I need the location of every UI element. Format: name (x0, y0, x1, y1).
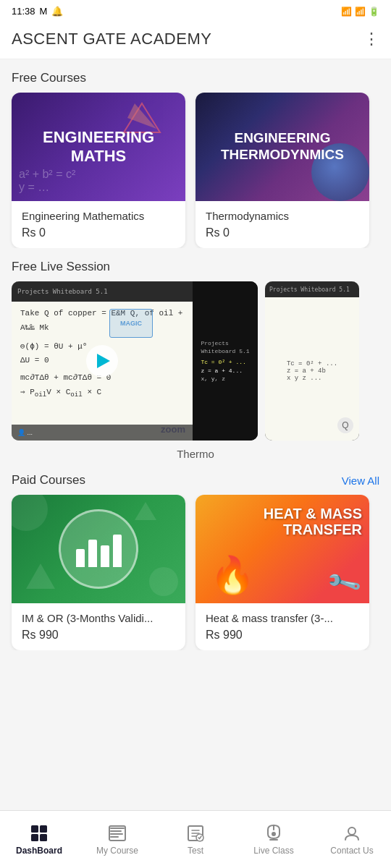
course-card-thermo[interactable]: ENGINEERINGTHERMODYNMICS Thermodynamics … (196, 93, 369, 248)
paid-card-imor[interactable]: IM & OR (3-Months Validi... Rs 990 (12, 495, 185, 650)
live-card-inner: Projects Whiteboard 5.1 Take Q of copper… (12, 281, 258, 441)
bar-chart-icon (76, 531, 122, 567)
svg-point-10 (348, 827, 356, 835)
bottom-navigation: DashBoard My Course Test Live Class (0, 810, 391, 868)
thermo-name: Thermodynamics (206, 210, 359, 222)
paid-courses-header: Paid Courses View All (0, 470, 391, 495)
status-bar: 11:38 M 🔔 📶 📶 🔋 (0, 0, 391, 22)
imor-info: IM & OR (3-Months Validi... Rs 990 (12, 603, 185, 650)
dashboard-label: DashBoard (16, 846, 62, 856)
wifi-icon: 📶 (341, 7, 352, 17)
live-video-card-small[interactable]: Projects Whiteboard 5.1 Tc = 0² + ... z … (265, 281, 359, 441)
free-courses-row: a² + b² = c²y = … ENGINEERINGMATHS Engin… (0, 93, 391, 248)
nav-dashboard[interactable]: DashBoard (0, 818, 78, 861)
math-formula: a² + b² = c²y = … (19, 168, 75, 194)
heat-thumbnail: 🔥 HEAT & MASSTRANSFER 🔧 (196, 495, 369, 603)
status-left: 11:38 M 🔔 (12, 6, 63, 17)
notification-icon: 🔔 (51, 6, 63, 17)
heat-price: Rs 990 (206, 629, 359, 642)
imor-name: IM & OR (3-Months Validi... (22, 612, 175, 624)
sidebar-content: ProjectsWhiteboard 5.1 Tc = 0² + ... z =… (198, 336, 252, 386)
svg-point-9 (272, 832, 276, 836)
gmail-icon: M (40, 6, 48, 17)
play-button[interactable] (86, 345, 118, 377)
free-courses-label: Free Courses (0, 59, 391, 93)
thermo-price: Rs 0 (206, 226, 359, 239)
battery-icon: 🔋 (369, 7, 379, 17)
main-content: Free Courses a² + b² = c²y = … ENGINEERI… (0, 59, 391, 715)
menu-button[interactable]: ⋮ (363, 31, 379, 47)
paid-courses-label: Paid Courses (12, 473, 85, 488)
maths-price: Rs 0 (22, 226, 175, 239)
nav-contact-us[interactable]: Contact Us (313, 818, 391, 861)
live-class-icon (264, 824, 283, 843)
maths-thumbnail: a² + b² = c²y = … ENGINEERINGMATHS (12, 93, 185, 201)
thermo-thumbnail: ENGINEERINGTHERMODYNMICS (196, 93, 369, 201)
imor-thumbnail (12, 495, 185, 603)
my-course-icon (108, 824, 127, 843)
live-session-label: Free Live Session (0, 248, 391, 281)
nav-my-course[interactable]: My Course (78, 818, 156, 861)
test-label: Test (188, 846, 203, 856)
test-icon (186, 824, 205, 843)
contact-icon (342, 824, 361, 843)
video-label: Thermo (0, 441, 391, 470)
thermo-thumb-text: ENGINEERINGTHERMODYNMICS (215, 124, 350, 169)
svg-rect-2 (31, 825, 38, 833)
dashboard-icon (30, 824, 49, 843)
thermo-info: Thermodynamics Rs 0 (196, 201, 369, 248)
svg-rect-4 (31, 834, 38, 841)
heat-info: Heat & mass transfer (3-... Rs 990 (196, 603, 369, 650)
contact-label: Contact Us (330, 846, 373, 856)
maths-thumb-text: ENGINEERINGMATHS (37, 122, 160, 172)
live-session-row: Projects Whiteboard 5.1 Take Q of copper… (0, 281, 391, 441)
paid-card-heat[interactable]: 🔥 HEAT & MASSTRANSFER 🔧 Heat & mass tran… (196, 495, 369, 650)
play-triangle (97, 354, 110, 368)
app-title: ASCENT GATE ACADEMY (12, 30, 211, 48)
nav-live-class[interactable]: Live Class (235, 818, 313, 861)
imor-price: Rs 990 (22, 629, 175, 642)
maths-name: Engineering Mathematics (22, 210, 175, 222)
small-whiteboard: Projects Whiteboard 5.1 Tc = 0² + ... z … (265, 281, 359, 441)
live-video-card-main[interactable]: Projects Whiteboard 5.1 Take Q of copper… (12, 281, 258, 441)
heat-name: Heat & mass transfer (3-... (206, 612, 359, 624)
nav-test[interactable]: Test (156, 818, 235, 861)
my-course-label: My Course (96, 846, 138, 856)
svg-rect-3 (40, 825, 47, 833)
view-all-button[interactable]: View All (342, 475, 379, 487)
maths-info: Engineering Mathematics Rs 0 (12, 201, 185, 248)
live-sidebar: ProjectsWhiteboard 5.1 Tc = 0² + ... z =… (193, 281, 258, 441)
paid-courses-row: IM & OR (3-Months Validi... Rs 990 🔥 HEA… (0, 495, 391, 650)
whiteboard-main: Projects Whiteboard 5.1 Take Q of copper… (12, 281, 193, 441)
live-class-label: Live Class (253, 846, 293, 856)
svg-rect-5 (40, 834, 47, 841)
status-right: 📶 📶 🔋 (341, 7, 379, 17)
signal-icon: 📶 (355, 7, 366, 17)
time-display: 11:38 (12, 6, 35, 17)
app-header: ASCENT GATE ACADEMY ⋮ (0, 22, 391, 59)
course-card-maths[interactable]: a² + b² = c²y = … ENGINEERINGMATHS Engin… (12, 93, 185, 248)
